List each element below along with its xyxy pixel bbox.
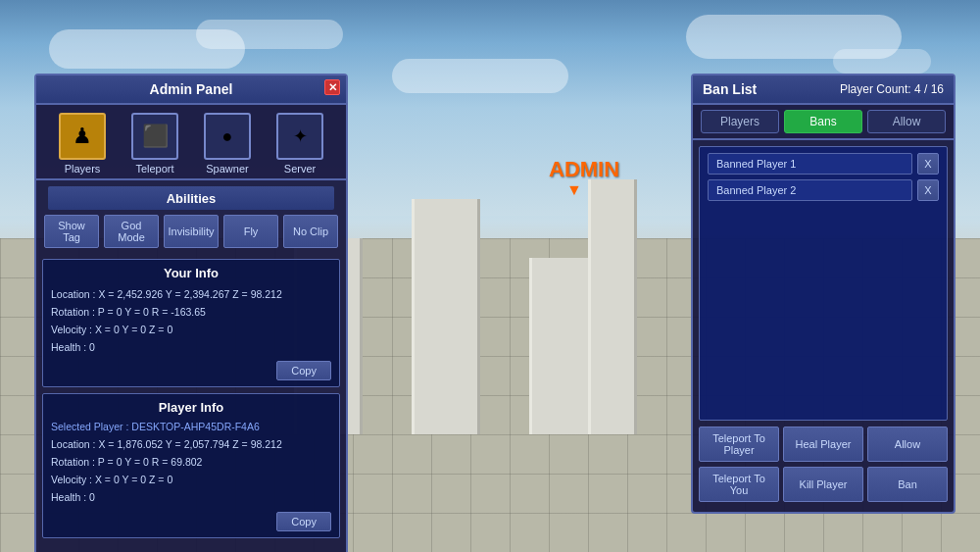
god-mode-button[interactable]: God Mode	[104, 215, 159, 248]
nav-spawner-label: Spawner	[206, 163, 248, 175]
player-info-copy-button[interactable]: Copy	[276, 512, 331, 531]
your-rotation: Rotation : P = 0 Y = 0 R = -163.65	[51, 304, 331, 322]
admin-chevron: ▼	[566, 181, 582, 199]
remove-ban-1-button[interactable]: X	[917, 153, 939, 175]
admin-panel: Admin Panel ✕ ♟ Players ⬛ Teleport ● Spa…	[34, 74, 348, 552]
banned-players-list: Banned Player 1 X Banned Player 2 X	[699, 146, 948, 421]
action-buttons-row-1: Teleport To Player Heal Player Allow	[693, 427, 954, 462]
tab-players[interactable]: Players	[701, 110, 779, 133]
list-item: Banned Player 2 X	[708, 179, 939, 201]
teleport-icon: ⬛	[131, 113, 178, 160]
your-info-title: Your Info	[51, 266, 331, 280]
invisibility-button[interactable]: Invisibility	[164, 215, 219, 248]
nav-players[interactable]: ♟ Players	[59, 113, 106, 175]
admin-panel-header: Admin Panel ✕	[36, 75, 346, 105]
tab-bans[interactable]: Bans	[784, 110, 862, 133]
abilities-title: Abilities	[48, 186, 334, 210]
heal-player-button[interactable]: Heal Player	[783, 427, 863, 462]
nav-teleport[interactable]: ⬛ Teleport	[131, 113, 178, 175]
your-health: Health : 0	[51, 339, 331, 357]
your-velocity: Velocity : X = 0 Y = 0 Z = 0	[51, 322, 331, 339]
player-info-copy-row: Copy	[51, 512, 331, 531]
cloud	[833, 49, 931, 74]
ban-panel-tabs: Players Bans Allow	[693, 105, 954, 140]
player-info-title: Player Info	[51, 400, 331, 415]
your-info-copy-button[interactable]: Copy	[276, 361, 331, 380]
player-info-box: Player Info Selected Player : DESKTOP-AH…	[42, 393, 340, 537]
ban-panel-title: Ban List	[703, 81, 757, 97]
teleport-to-you-button[interactable]: Teleport To You	[699, 467, 779, 502]
nav-players-label: Players	[65, 163, 101, 175]
cloud	[392, 59, 568, 93]
admin-label: ADMIN	[549, 157, 619, 182]
nav-server[interactable]: ✦ Server	[276, 113, 323, 175]
kill-player-button[interactable]: Kill Player	[783, 467, 863, 502]
player-rotation: Rotation : P = 0 Y = 0 R = 69.802	[51, 454, 331, 472]
cloud	[196, 20, 343, 49]
banned-player-2-name: Banned Player 2	[708, 179, 912, 201]
ban-panel: Ban List Player Count: 4 / 16 Players Ba…	[691, 74, 956, 514]
tab-allow[interactable]: Allow	[867, 110, 946, 133]
your-info-copy-row: Copy	[51, 361, 331, 380]
remove-ban-2-button[interactable]: X	[917, 179, 939, 201]
pillar	[412, 199, 480, 434]
banned-player-1-name: Banned Player 1	[708, 153, 912, 175]
teleport-to-player-button[interactable]: Teleport To Player	[699, 427, 779, 462]
player-location: Location : X = 1,876.052 Y = 2,057.794 Z…	[51, 436, 331, 454]
close-button[interactable]: ✕	[324, 79, 340, 95]
no-clip-button[interactable]: No Clip	[283, 215, 338, 248]
player-health: Health : 0	[51, 489, 331, 507]
pillar	[588, 179, 637, 434]
fly-button[interactable]: Fly	[223, 215, 278, 248]
your-location: Location : X = 2,452.926 Y = 2,394.267 Z…	[51, 286, 331, 304]
player-count: Player Count: 4 / 16	[840, 82, 944, 96]
nav-teleport-label: Teleport	[135, 163, 173, 175]
ability-buttons-row: Show Tag God Mode Invisibility Fly No Cl…	[42, 210, 340, 253]
ban-button[interactable]: Ban	[867, 467, 948, 502]
spawner-icon: ●	[204, 113, 251, 160]
show-tag-button[interactable]: Show Tag	[44, 215, 99, 248]
admin-panel-title: Admin Panel	[150, 81, 233, 97]
nav-icons: ♟ Players ⬛ Teleport ● Spawner ✦ Server	[36, 105, 346, 180]
selected-player-row: Selected Player : DESKTOP-AHP45DR-F4A6	[51, 421, 331, 432]
player-velocity: Velocity : X = 0 Y = 0 Z = 0	[51, 472, 331, 489]
allow-button[interactable]: Allow	[867, 427, 948, 462]
list-item: Banned Player 1 X	[708, 153, 939, 175]
nav-server-label: Server	[284, 163, 316, 175]
your-info-box: Your Info Location : X = 2,452.926 Y = 2…	[42, 259, 340, 387]
action-buttons-row-2: Teleport To You Kill Player Ban	[693, 467, 954, 502]
ban-panel-header: Ban List Player Count: 4 / 16	[693, 75, 954, 105]
nav-spawner[interactable]: ● Spawner	[204, 113, 251, 175]
server-icon: ✦	[276, 113, 323, 160]
abilities-section: Abilities Show Tag God Mode Invisibility…	[42, 186, 340, 253]
players-icon: ♟	[59, 113, 106, 160]
